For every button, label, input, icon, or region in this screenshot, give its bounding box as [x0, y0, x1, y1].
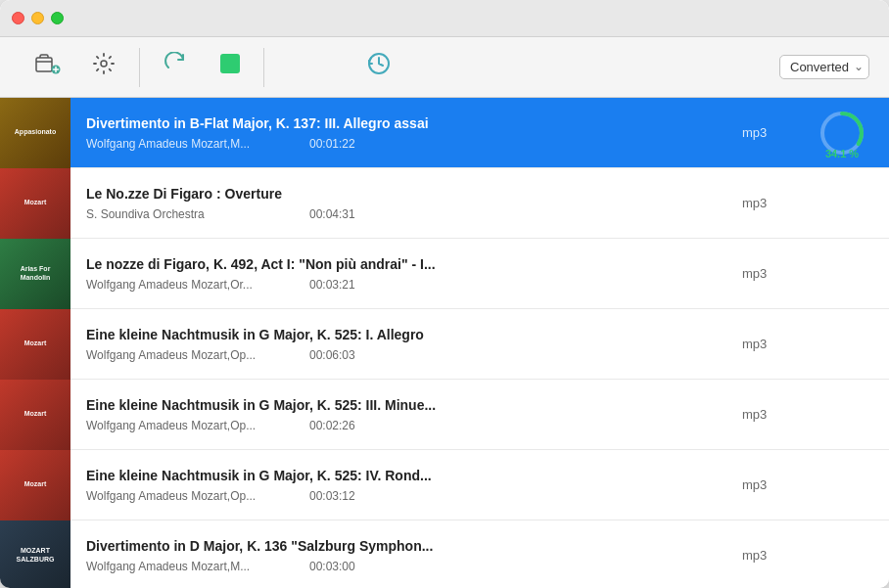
main-window: Converted Desktop Music Custom... Appasi… — [0, 0, 889, 588]
track-item[interactable]: MozartLe No.zze Di Figaro : OvertureS. S… — [0, 168, 889, 239]
track-format: mp3 — [732, 196, 811, 210]
add-files-button[interactable] — [20, 45, 76, 90]
track-artist: Wolfgang Amadeus Mozart,Op... — [86, 348, 302, 362]
album-art: Mozart — [0, 380, 70, 450]
track-thumbnail: Mozart — [0, 309, 70, 380]
track-meta: Wolfgang Amadeus Mozart,Op...00:03:12 — [86, 489, 717, 503]
stop-button[interactable] — [205, 46, 256, 89]
progress-text: 34.1 % — [825, 148, 859, 159]
track-info: Le nozze di Figaro, K. 492, Act I: "Non … — [70, 249, 732, 299]
track-meta: Wolfgang Amadeus Mozart,Or...00:03:21 — [86, 278, 717, 292]
track-meta: Wolfgang Amadeus Mozart,Op...00:06:03 — [86, 348, 717, 362]
track-item[interactable]: MozartEine kleine Nachtmusik in G Major,… — [0, 309, 889, 380]
convert-icon — [164, 52, 189, 79]
track-item[interactable]: AppasionatoDivertimento in B-Flat Major,… — [0, 98, 889, 168]
track-format: mp3 — [732, 548, 811, 563]
stop-icon — [220, 54, 240, 77]
titlebar — [0, 0, 889, 37]
track-duration: 00:03:00 — [309, 560, 355, 573]
track-title: Divertimento in D Major, K. 136 "Salzbur… — [86, 538, 717, 554]
track-item[interactable]: MozartEine kleine Nachtmusik in G Major,… — [0, 380, 889, 450]
album-art: MOZART SALZBURG — [0, 520, 70, 589]
toolbar-right: Converted Desktop Music Custom... — [770, 55, 869, 79]
output-select[interactable]: Converted Desktop Music Custom... — [779, 55, 869, 79]
history-button[interactable] — [351, 43, 407, 92]
track-thumbnail: MOZART SALZBURG — [0, 520, 70, 589]
track-thumbnail: Mozart — [0, 450, 70, 520]
track-title: Eine kleine Nachtmusik in G Major, K. 52… — [86, 327, 717, 342]
track-format: mp3 — [732, 337, 811, 351]
track-info: Eine kleine Nachtmusik in G Major, K. 52… — [70, 460, 732, 511]
album-art: Mozart — [0, 450, 70, 520]
album-art: Mozart — [0, 168, 70, 239]
track-info: Le No.zze Di Figaro : OvertureS. Soundiv… — [70, 178, 732, 229]
track-thumbnail: Appasionato — [0, 98, 70, 168]
track-meta: Wolfgang Amadeus Mozart,M...00:01:22 — [86, 137, 717, 151]
track-artist: Wolfgang Amadeus Mozart,Op... — [86, 419, 302, 432]
track-duration: 00:04:31 — [309, 207, 355, 221]
track-duration: 00:02:26 — [309, 419, 355, 432]
toolbar: Converted Desktop Music Custom... — [0, 37, 889, 98]
output-wrapper: Converted Desktop Music Custom... — [779, 55, 869, 79]
track-thumbnail: Mozart — [0, 168, 70, 239]
track-progress-area: 34.1 % — [811, 109, 889, 158]
track-title: Eine kleine Nachtmusik in G Major, K. 52… — [86, 468, 717, 483]
track-list: AppasionatoDivertimento in B-Flat Major,… — [0, 98, 889, 588]
album-art: Arias For Mandolin — [0, 239, 70, 309]
track-item[interactable]: MOZART SALZBURGDivertimento in D Major, … — [0, 520, 889, 588]
track-info: Eine kleine Nachtmusik in G Major, K. 52… — [70, 319, 732, 370]
svg-rect-0 — [36, 58, 52, 71]
traffic-lights — [12, 12, 64, 24]
track-item[interactable]: MozartEine kleine Nachtmusik in G Major,… — [0, 450, 889, 520]
track-title: Le No.zze Di Figaro : Overture — [86, 186, 717, 202]
add-files-icon — [35, 53, 61, 78]
track-duration: 00:01:22 — [309, 137, 355, 151]
track-info: Divertimento in B-Flat Major, K. 137: II… — [70, 108, 732, 158]
options-icon — [92, 52, 116, 79]
track-format: mp3 — [732, 266, 811, 281]
track-thumbnail: Mozart — [0, 380, 70, 450]
track-format: mp3 — [732, 125, 811, 140]
toolbar-divider-1 — [139, 48, 140, 87]
maximize-button[interactable] — [51, 12, 64, 24]
track-meta: S. Soundiva Orchestra00:04:31 — [86, 207, 717, 221]
track-duration: 00:03:12 — [309, 489, 355, 503]
track-title: Divertimento in B-Flat Major, K. 137: II… — [86, 115, 717, 131]
album-art: Appasionato — [0, 98, 70, 168]
track-item[interactable]: Arias For MandolinLe nozze di Figaro, K.… — [0, 239, 889, 309]
toolbar-divider-2 — [263, 48, 264, 87]
album-art: Mozart — [0, 309, 70, 380]
history-icon — [366, 51, 392, 80]
track-info: Divertimento in D Major, K. 136 "Salzbur… — [70, 530, 732, 581]
track-title: Eine kleine Nachtmusik in G Major, K. 52… — [86, 397, 717, 413]
track-info: Eine kleine Nachtmusik in G Major, K. 52… — [70, 389, 732, 440]
track-duration: 00:03:21 — [309, 278, 355, 292]
track-meta: Wolfgang Amadeus Mozart,Op...00:02:26 — [86, 419, 717, 432]
track-duration: 00:06:03 — [309, 348, 355, 362]
track-meta: Wolfgang Amadeus Mozart,M...00:03:00 — [86, 560, 717, 573]
close-button[interactable] — [12, 12, 24, 24]
track-artist: Wolfgang Amadeus Mozart,Or... — [86, 278, 302, 292]
track-format: mp3 — [732, 407, 811, 422]
track-thumbnail: Arias For Mandolin — [0, 239, 70, 309]
convert-button[interactable] — [148, 44, 205, 91]
track-format: mp3 — [732, 477, 811, 492]
progress-circle: 34.1 % — [818, 109, 866, 158]
track-artist: Wolfgang Amadeus Mozart,M... — [86, 560, 302, 573]
options-button[interactable] — [76, 44, 131, 91]
track-artist: Wolfgang Amadeus Mozart,M... — [86, 137, 302, 151]
track-title: Le nozze di Figaro, K. 492, Act I: "Non … — [86, 256, 717, 272]
minimize-button[interactable] — [31, 12, 44, 24]
track-artist: S. Soundiva Orchestra — [86, 207, 302, 221]
track-artist: Wolfgang Amadeus Mozart,Op... — [86, 489, 302, 503]
svg-point-2 — [101, 61, 107, 67]
